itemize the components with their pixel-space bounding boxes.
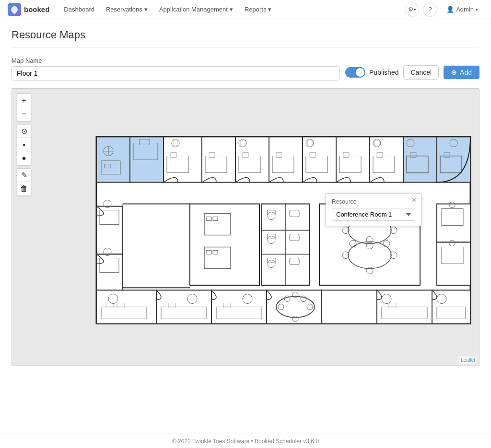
map-container[interactable]: + − ⊙ ▪ ● ✎ 🗑: [12, 88, 479, 366]
edit-controls: ✎ 🗑: [17, 168, 31, 196]
svg-rect-4: [202, 137, 235, 183]
floor-plan-svg: [94, 135, 473, 326]
navbar-right: ⚙ ▾ ? 👤 Admin ▾: [405, 2, 483, 17]
app-management-chevron-icon: ▾: [230, 6, 233, 13]
edit-icon: ✎: [21, 171, 27, 180]
svg-rect-3: [164, 137, 202, 183]
page-title: Resource Maps: [12, 29, 479, 47]
trash-icon: 🗑: [20, 184, 28, 193]
circle-icon: ●: [22, 154, 26, 162]
draw-controls: ⊙ ▪ ●: [17, 124, 31, 165]
gear-icon: ⚙: [408, 6, 414, 13]
svg-rect-10: [403, 137, 437, 183]
svg-rect-7: [303, 137, 336, 183]
navbar: booked Dashboard Reservations ▾ Applicat…: [0, 0, 491, 19]
zoom-out-button[interactable]: −: [17, 107, 31, 121]
footer: © 2022 Twinkle Toes Software • Booked Sc…: [0, 434, 491, 448]
nav-dashboard[interactable]: Dashboard: [59, 4, 99, 15]
marker-icon: ⊙: [21, 126, 27, 136]
edit-button[interactable]: ✎: [17, 169, 31, 182]
published-toggle-wrapper: Published: [345, 67, 399, 78]
settings-chevron-icon: ▾: [414, 7, 416, 12]
admin-chevron-icon: ▾: [476, 7, 478, 12]
help-button[interactable]: ?: [423, 2, 437, 17]
svg-rect-8: [336, 137, 370, 183]
brand-icon-inner: [10, 5, 19, 14]
svg-rect-11: [437, 137, 470, 183]
floor-plan-area: [94, 135, 473, 328]
toggle-thumb: [356, 68, 364, 77]
map-name-label: Map Name: [12, 57, 339, 64]
svg-rect-1: [96, 137, 130, 183]
reports-chevron-icon: ▾: [268, 6, 271, 13]
nav-app-management[interactable]: Application Management ▾: [154, 4, 238, 15]
add-button[interactable]: ⊕ Add: [444, 66, 479, 79]
navbar-nav: Dashboard Reservations ▾ Application Man…: [59, 4, 395, 15]
form-actions: Published Cancel ⊕ Add: [345, 65, 479, 80]
nav-reports[interactable]: Reports ▾: [240, 4, 277, 15]
circle-button[interactable]: ●: [17, 151, 31, 165]
popup-close-button[interactable]: ✕: [411, 196, 417, 203]
map-controls: + − ⊙ ▪ ● ✎ 🗑: [17, 93, 31, 199]
resource-select[interactable]: Conference Room 1 Conference Room 2 Conf…: [332, 208, 415, 221]
delete-button[interactable]: 🗑: [17, 182, 31, 195]
admin-label: Admin: [456, 6, 474, 13]
add-icon: ⊕: [451, 69, 457, 76]
leaflet-attribution[interactable]: Leaflet: [459, 356, 477, 364]
svg-rect-49: [190, 204, 259, 286]
published-label: Published: [369, 69, 399, 76]
svg-rect-6: [269, 137, 303, 183]
zoom-in-button[interactable]: +: [17, 94, 31, 107]
map-name-input[interactable]: [12, 66, 339, 80]
published-toggle[interactable]: [345, 67, 365, 78]
rectangle-button[interactable]: ▪: [17, 138, 31, 151]
brand[interactable]: booked: [8, 3, 49, 16]
leaflet-link[interactable]: Leaflet: [461, 357, 475, 363]
resource-popup: ✕ Resource Conference Room 1 Conference …: [326, 193, 421, 226]
admin-button[interactable]: 👤 Admin ▾: [441, 3, 483, 15]
footer-text: © 2022 Twinkle Toes Software • Booked Sc…: [172, 438, 319, 445]
user-icon: 👤: [446, 6, 454, 13]
reservations-chevron-icon: ▾: [144, 6, 148, 13]
zoom-controls: + −: [17, 93, 31, 121]
page-content: Resource Maps Map Name Published Cancel …: [0, 19, 491, 434]
map-form-row: Map Name Published Cancel ⊕ Add: [12, 57, 479, 80]
resource-popup-label: Resource: [332, 198, 415, 205]
settings-button[interactable]: ⚙ ▾: [405, 2, 419, 17]
marker-button[interactable]: ⊙: [17, 125, 31, 138]
svg-rect-5: [235, 137, 269, 183]
svg-rect-93: [267, 290, 322, 324]
nav-reservations[interactable]: Reservations ▾: [101, 4, 152, 15]
svg-rect-9: [370, 137, 403, 183]
cancel-button[interactable]: Cancel: [403, 65, 439, 80]
svg-rect-94: [322, 290, 377, 324]
brand-icon: [8, 3, 21, 16]
rectangle-icon: ▪: [23, 140, 25, 149]
map-name-group: Map Name: [12, 57, 339, 80]
help-icon: ?: [429, 6, 432, 13]
brand-name: booked: [24, 5, 49, 13]
